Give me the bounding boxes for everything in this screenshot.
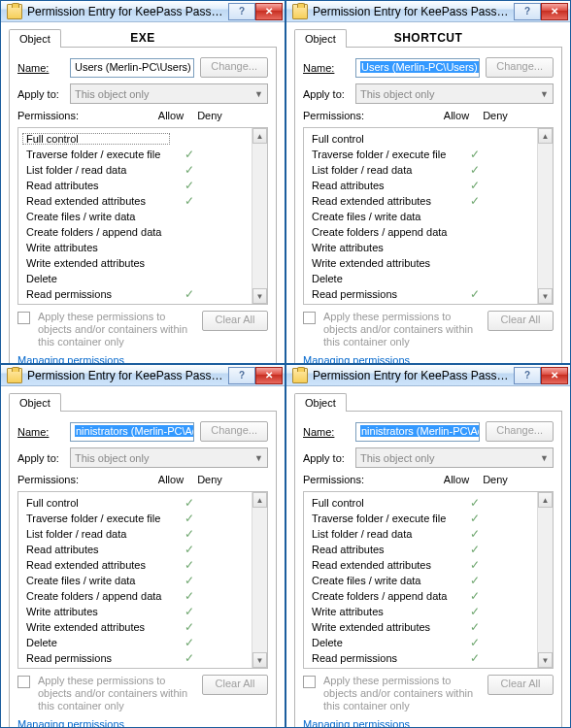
titlebar[interactable]: Permission Entry for KeePass Password Sa… [1, 365, 285, 386]
name-input[interactable]: Users (Merlin-PC\Users) [70, 58, 194, 78]
tabstrip: Object [294, 392, 562, 412]
scroll-down-button[interactable]: ▼ [538, 288, 553, 304]
apply-to-dropdown[interactable]: This object only▼ [70, 447, 268, 468]
clear-all-button[interactable]: Clear All [202, 675, 268, 695]
apply-to-value: This object only [360, 88, 434, 100]
close-button[interactable]: ✕ [255, 3, 283, 20]
allow-checkbox[interactable]: ✓ [455, 589, 494, 603]
allow-checkbox[interactable]: ✓ [455, 636, 494, 649]
apply-to-container-checkbox[interactable] [303, 676, 316, 688]
permission-name: Full control [308, 497, 455, 509]
apply-to-value: This object only [75, 452, 149, 464]
folder-icon [292, 4, 308, 19]
change-button[interactable]: Change... [486, 57, 554, 78]
name-value: ninistrators (Merlin-PC\Administrators) [360, 425, 480, 437]
tab-object[interactable]: Object [294, 393, 347, 412]
help-button[interactable]: ? [514, 3, 541, 20]
apply-to-value: This object only [360, 452, 434, 464]
clear-all-button[interactable]: Clear All [487, 311, 554, 331]
allow-checkbox[interactable]: ✓ [455, 194, 494, 208]
scroll-down-button[interactable]: ▼ [538, 652, 553, 668]
change-button[interactable]: Change... [486, 421, 554, 442]
allow-checkbox[interactable]: ✓ [170, 605, 209, 618]
scroll-up-button[interactable]: ▲ [252, 128, 267, 144]
scrollbar[interactable]: ▲▼ [252, 492, 267, 668]
allow-checkbox[interactable]: ✓ [455, 527, 494, 541]
dialog-body: ObjectName:ninistrators (Merlin-PC\Admin… [286, 386, 570, 728]
allow-checkbox[interactable]: ✓ [455, 148, 494, 161]
permission-row: Write attributes✓ [308, 604, 533, 618]
tab-object[interactable]: Object [9, 393, 61, 412]
allow-checkbox[interactable]: ✓ [170, 651, 209, 665]
allow-checkbox[interactable]: ✓ [455, 512, 494, 525]
allow-checkbox[interactable]: ✓ [170, 287, 209, 301]
apply-to-dropdown[interactable]: This object only▼ [355, 447, 554, 468]
name-label: Name: [303, 426, 350, 438]
allow-header: Allow [151, 110, 190, 121]
close-button[interactable]: ✕ [541, 3, 568, 20]
close-button[interactable]: ✕ [255, 367, 283, 384]
allow-checkbox[interactable]: ✓ [455, 620, 494, 634]
clear-all-button[interactable]: Clear All [202, 311, 268, 331]
managing-permissions-link[interactable]: Managing permissions [303, 718, 410, 728]
name-input[interactable]: ninistrators (Merlin-PC\Administrators) [70, 422, 194, 442]
permission-row: Full control [308, 131, 533, 146]
folder-icon [7, 368, 22, 383]
allow-checkbox[interactable]: ✓ [170, 194, 209, 208]
managing-permissions-link[interactable]: Managing permissions [303, 354, 410, 364]
managing-permissions-link[interactable]: Managing permissions [17, 354, 124, 364]
allow-checkbox[interactable]: ✓ [170, 558, 209, 572]
allow-checkbox[interactable]: ✓ [455, 605, 494, 618]
help-button[interactable]: ? [228, 367, 255, 384]
allow-checkbox[interactable]: ✓ [455, 287, 494, 301]
name-input[interactable]: ninistrators (Merlin-PC\Administrators) [355, 422, 480, 442]
allow-checkbox[interactable]: ✓ [170, 512, 209, 525]
titlebar[interactable]: Permission Entry for KeePass Password Sa… [286, 1, 570, 22]
allow-checkbox[interactable]: ✓ [170, 527, 209, 541]
allow-checkbox[interactable]: ✓ [170, 636, 209, 649]
allow-checkbox[interactable]: ✓ [170, 543, 209, 556]
allow-checkbox[interactable]: ✓ [170, 148, 209, 161]
window-title: Permission Entry for KeePass Password Sa… [313, 5, 514, 18]
scrollbar[interactable]: ▲▼ [537, 128, 553, 304]
scroll-up-button[interactable]: ▲ [538, 128, 553, 144]
apply-to-container-checkbox[interactable] [17, 676, 30, 688]
permission-row: Create folders / append data✓ [308, 588, 533, 603]
allow-checkbox[interactable]: ✓ [170, 163, 209, 177]
apply-to-container-checkbox[interactable] [303, 312, 316, 324]
help-button[interactable]: ? [514, 367, 541, 384]
clear-all-button[interactable]: Clear All [487, 675, 554, 695]
allow-checkbox[interactable]: ✓ [170, 179, 209, 192]
allow-checkbox[interactable]: ✓ [455, 163, 494, 177]
allow-checkbox[interactable]: ✓ [455, 558, 494, 572]
scrollbar[interactable]: ▲▼ [252, 128, 267, 304]
name-input[interactable]: Users (Merlin-PC\Users) [355, 58, 480, 78]
allow-checkbox[interactable]: ✓ [455, 179, 494, 192]
change-button[interactable]: Change... [200, 421, 268, 442]
allow-checkbox[interactable]: ✓ [170, 574, 209, 587]
allow-checkbox[interactable]: ✓ [170, 589, 209, 603]
apply-to-dropdown[interactable]: This object only▼ [70, 83, 268, 104]
scroll-up-button[interactable]: ▲ [538, 492, 553, 508]
allow-checkbox[interactable]: ✓ [455, 574, 494, 587]
scroll-down-button[interactable]: ▼ [252, 652, 267, 668]
change-button[interactable]: Change... [200, 57, 268, 78]
titlebar[interactable]: Permission Entry for KeePass Password Sa… [286, 365, 570, 386]
close-button[interactable]: ✕ [541, 367, 568, 384]
managing-permissions-link[interactable]: Managing permissions [17, 718, 124, 728]
allow-checkbox[interactable]: ✓ [455, 543, 494, 556]
allow-checkbox[interactable]: ✓ [170, 620, 209, 634]
allow-checkbox[interactable]: ✓ [170, 496, 209, 510]
permission-name: List folder / read data [308, 528, 455, 540]
permission-name: Full control [308, 133, 455, 145]
allow-checkbox[interactable]: ✓ [455, 496, 494, 510]
apply-to-dropdown[interactable]: This object only▼ [355, 83, 554, 104]
scroll-up-button[interactable]: ▲ [252, 492, 267, 508]
scroll-down-button[interactable]: ▼ [252, 288, 267, 304]
allow-checkbox[interactable]: ✓ [455, 651, 494, 665]
titlebar[interactable]: Permission Entry for KeePass Password Sa… [1, 1, 285, 22]
permission-row: Read permissions✓ [308, 650, 533, 665]
scrollbar[interactable]: ▲▼ [537, 492, 553, 668]
apply-to-container-checkbox[interactable] [17, 312, 30, 324]
help-button[interactable]: ? [228, 3, 255, 20]
